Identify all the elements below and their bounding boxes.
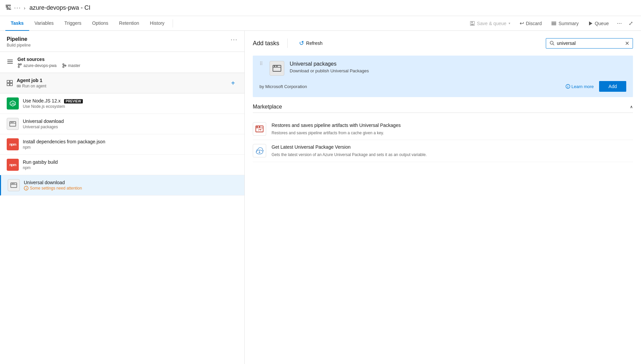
add-universal-button[interactable]: Add — [599, 81, 626, 92]
svg-point-15 — [63, 64, 64, 65]
npm-install-task-title: Install dependencies from package.json — [23, 139, 105, 144]
svg-rect-43 — [276, 66, 278, 67]
svg-rect-25 — [18, 86, 20, 86]
drag-handle[interactable]: ⠿ — [259, 61, 263, 66]
svg-rect-9 — [7, 63, 13, 64]
breadcrumb-chevron: › — [24, 5, 25, 11]
tab-history[interactable]: History — [144, 16, 170, 31]
market-icon-1 — [253, 144, 266, 157]
task-card-actions: i Learn more Add — [566, 81, 626, 92]
svg-rect-49 — [259, 127, 260, 128]
marketplace-item-0[interactable]: Restores and saves pipeline artifacts wi… — [253, 118, 633, 140]
universal1-task-title: Universal download — [23, 119, 64, 124]
top-bar: 🏗 ··· › azure-devops-pwa - CI — [0, 0, 641, 16]
right-panel: Add tasks ↺ Refresh ✕ ⠿ — [245, 31, 641, 364]
market-cloud-icon — [255, 146, 264, 155]
npm-install-task-icon: npm — [7, 138, 19, 150]
tab-options[interactable]: Options — [87, 16, 114, 31]
svg-rect-5 — [551, 24, 556, 25]
pipeline-title: Pipeline — [7, 36, 31, 42]
refresh-button[interactable]: ↺ Refresh — [296, 38, 326, 49]
market-item-title-0: Restores and saves pipeline artifacts wi… — [272, 122, 401, 129]
save-queue-button[interactable]: Save & queue ▾ — [466, 19, 514, 28]
universal-packages-card: ⠿ Universal packages Download or publish… — [253, 56, 633, 97]
gatsby-task-sub: npm — [23, 165, 58, 170]
nav-divider — [173, 19, 173, 27]
tab-variables[interactable]: Variables — [29, 16, 59, 31]
refresh-icon: ↺ — [299, 40, 304, 47]
agent-job-subtitle: Run on agent — [17, 84, 46, 88]
svg-text:i: i — [567, 85, 568, 88]
svg-point-38 — [550, 41, 553, 44]
task-warning: ! Some settings need attention — [24, 186, 82, 191]
market-item-info-1: Get Latest Universal Package Version Get… — [272, 144, 427, 157]
gatsby-task-title: Run gatsby build — [23, 159, 58, 165]
svg-rect-1 — [471, 21, 473, 23]
task-item-universal2[interactable]: Universal download ! Some settings need … — [0, 175, 244, 196]
marketplace-title: Marketplace — [253, 104, 282, 110]
npm-install-task-sub: npm — [23, 145, 105, 150]
toolbar-more-button[interactable]: ··· — [614, 18, 625, 29]
tab-tasks[interactable]: Tasks — [5, 16, 29, 31]
marketplace-chevron-icon[interactable]: ∧ — [630, 104, 633, 109]
nodejs-task-icon: JS — [7, 97, 19, 110]
expand-button[interactable]: ⤢ — [626, 18, 636, 28]
search-clear-button[interactable]: ✕ — [625, 40, 629, 47]
universal1-task-content: Universal download Universal packages — [23, 119, 64, 129]
market-item-desc-1: Gets the latest version of an Azure Univ… — [272, 152, 427, 158]
market-item-title-1: Get Latest Universal Package Version — [272, 144, 427, 151]
branch-icon — [62, 63, 67, 68]
save-icon — [470, 21, 475, 26]
search-box: ✕ — [546, 38, 633, 49]
universal2-task-content: Universal download ! Some settings need … — [24, 180, 82, 191]
task-item-nodejs[interactable]: JS Use Node.JS 12.x PREVIEW Use Node.js … — [0, 93, 244, 114]
task-item-npm-install[interactable]: npm Install dependencies from package.js… — [0, 134, 244, 155]
summary-icon — [551, 21, 557, 26]
discard-button[interactable]: ↩ Discard — [516, 18, 546, 28]
market-item-desc-0: Restores and saves pipeline artifacts fr… — [272, 130, 401, 136]
add-tasks-divider — [287, 39, 288, 48]
universal-card-desc: Download or publish Universal Packages — [290, 68, 626, 73]
pipeline-more-button[interactable]: ··· — [231, 36, 238, 43]
svg-rect-8 — [7, 61, 13, 62]
task-card-header: ⠿ Universal packages Download or publish… — [259, 61, 626, 76]
left-panel: Pipeline Build pipeline ··· Get sources — [0, 31, 245, 364]
top-bar-more-button[interactable]: ··· — [14, 4, 21, 11]
tab-triggers[interactable]: Triggers — [59, 16, 87, 31]
add-tasks-title: Add tasks — [253, 40, 279, 47]
info-icon: i — [566, 84, 570, 89]
queue-button[interactable]: Queue — [584, 19, 613, 28]
svg-rect-23 — [10, 83, 12, 86]
task-item-universal1[interactable]: Universal download Universal packages — [0, 114, 244, 134]
pipeline-info: Pipeline Build pipeline — [7, 36, 31, 48]
marketplace-item-1[interactable]: Get Latest Universal Package Version Get… — [253, 140, 633, 162]
preview-badge: PREVIEW — [64, 99, 83, 103]
menu-icon — [7, 58, 13, 65]
get-sources-item[interactable]: Get sources azure-devops-pwa — [0, 52, 244, 73]
search-input[interactable] — [557, 41, 623, 46]
gatsby-task-content: Run gatsby build npm — [23, 159, 58, 170]
nav-tabs: Tasks Variables Triggers Options Retenti… — [0, 16, 641, 31]
svg-rect-21 — [10, 80, 12, 83]
universal2-task-icon — [8, 179, 20, 191]
svg-line-39 — [553, 44, 554, 45]
tab-retention[interactable]: Retention — [114, 16, 144, 31]
learn-more-link[interactable]: i Learn more — [566, 84, 594, 89]
market-restore-icon — [255, 124, 264, 134]
agent-job-header[interactable]: Agent job 1 Run on agent + — [0, 73, 244, 93]
agent-job-info: Agent job 1 Run on agent — [17, 78, 46, 88]
task-item-gatsby[interactable]: npm Run gatsby build npm — [0, 155, 244, 175]
add-task-inline-button[interactable]: + — [228, 78, 238, 88]
svg-rect-34 — [12, 184, 13, 184]
svg-rect-30 — [11, 122, 12, 123]
summary-button[interactable]: Summary — [547, 19, 583, 28]
search-icon — [549, 41, 555, 46]
grid-icon — [7, 80, 13, 86]
nodejs-icon: JS — [9, 100, 16, 107]
add-tasks-header: Add tasks ↺ Refresh ✕ — [253, 38, 633, 49]
get-sources-content: Get sources azure-devops-pwa — [17, 57, 80, 68]
nodejs-task-title: Use Node.JS 12.x PREVIEW — [23, 98, 83, 103]
discard-icon: ↩ — [520, 20, 524, 26]
svg-rect-31 — [12, 122, 13, 123]
svg-rect-4 — [551, 23, 556, 24]
